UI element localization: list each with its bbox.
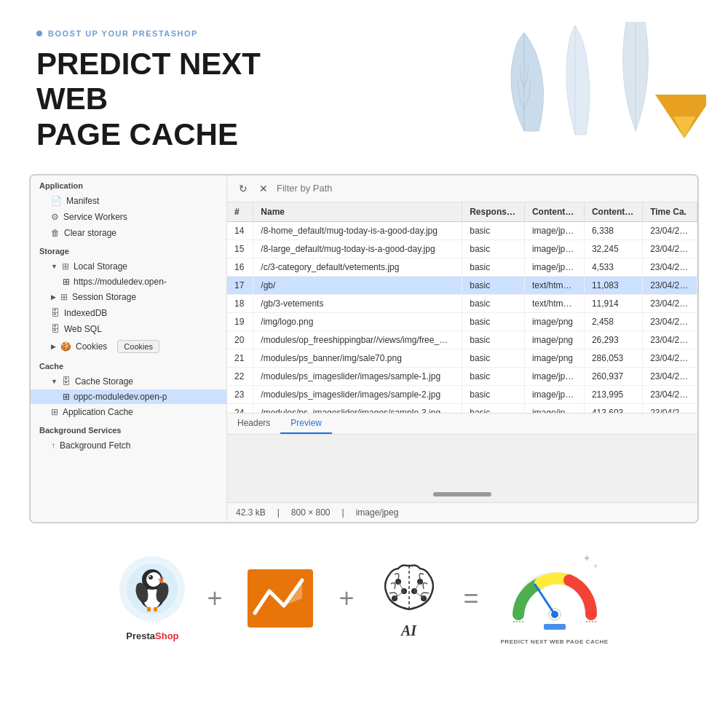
cache-storage-sub: oppc-moduledev.open-p	[74, 392, 167, 402]
cell-name: /modules/op_freeshippingbar//views/img/f…	[253, 331, 462, 349]
cell-size: 11,914	[584, 294, 642, 312]
tab-preview[interactable]: Preview	[280, 414, 332, 434]
app-cache-label: Application Cache	[63, 407, 133, 417]
table-row[interactable]: 24 /modules/ps_imageslider/images/sample…	[227, 403, 697, 413]
svg-marker-1	[673, 116, 695, 138]
main-title: PREDICT NEXT WEB PAGE CACHE	[36, 47, 328, 152]
cell-type: image/jp…	[524, 403, 584, 413]
cell-size: 413,603	[584, 403, 642, 413]
svg-rect-14	[154, 607, 157, 612]
preview-type: image/jpeg	[356, 507, 399, 518]
table-row[interactable]: 18 /gb/3-vetements basic text/htm… 11,91…	[227, 294, 697, 312]
cell-time: 23/04/2…	[643, 385, 697, 403]
session-storage-label: Session Storage	[72, 292, 136, 302]
col-header-resp: Respons…	[462, 202, 525, 222]
cell-time: 23/04/2…	[643, 367, 697, 385]
table-row[interactable]: 21 /modules/ps_banner/img/sale70.png bas…	[227, 349, 697, 367]
preview-separator2: |	[342, 507, 344, 518]
filter-input[interactable]	[277, 183, 689, 194]
expand-triangle-cache: ▼	[51, 378, 58, 385]
ai-item: AI	[376, 558, 442, 639]
table-row[interactable]: 20 /modules/op_freeshippingbar//views/im…	[227, 331, 697, 349]
indexed-db-icon: 🗄	[51, 308, 60, 318]
boost-text: BOOST UP YOUR PRESTASHOP	[48, 29, 198, 38]
db-sub-icon: ⊞	[63, 277, 70, 287]
cache-header: Cache	[31, 356, 226, 373]
clear-storage-label: Clear storage	[64, 228, 116, 238]
top-section: BOOST UP YOUR PRESTASHOP PREDICT NEXT WE…	[0, 0, 728, 167]
table-row[interactable]: 15 /8-large_default/mug-today-is-a-good-…	[227, 240, 697, 258]
cell-resp: basic	[462, 331, 525, 349]
cookies-label: Cookies	[76, 341, 107, 352]
cell-size: 213,995	[584, 385, 642, 403]
sidebar-item-local-storage-sub[interactable]: ⊞ https://moduledev.open-	[31, 274, 226, 289]
cookies-button[interactable]: Cookies	[117, 340, 159, 353]
tab-headers[interactable]: Headers	[227, 414, 280, 434]
sidebar-item-manifest[interactable]: 📄 Manifest	[31, 193, 226, 209]
col-header-name: Name	[253, 202, 462, 222]
col-header-type: Content…	[524, 202, 584, 222]
indexed-db-label: IndexedDB	[64, 308, 107, 318]
cell-num: 14	[227, 221, 253, 240]
refresh-button[interactable]: ↻	[236, 181, 250, 196]
preview-dimensions: 800 × 800	[291, 507, 331, 518]
cell-num: 19	[227, 312, 253, 331]
table-row[interactable]: 16 /c/3-category_default/vetements.jpg b…	[227, 258, 697, 276]
table-row[interactable]: 19 /img/logo.png basic image/png 2,458 2…	[227, 312, 697, 331]
table-row[interactable]: 23 /modules/ps_imageslider/images/sample…	[227, 385, 697, 403]
sidebar-item-cookies[interactable]: ▶ 🍪 Cookies Cookies	[31, 337, 226, 356]
brain-svg	[376, 558, 442, 617]
cell-name: /c/3-category_default/vetements.jpg	[253, 258, 462, 276]
table-row[interactable]: 17 /gb/ basic text/htm… 11,083 23/04/2…	[227, 276, 697, 294]
cell-resp: basic	[462, 312, 525, 331]
cell-size: 26,293	[584, 331, 642, 349]
svg-text:+: +	[593, 561, 598, 570]
sidebar-item-session-storage[interactable]: ▶ ⊞ Session Storage	[31, 289, 226, 305]
equals-sign: =	[464, 583, 479, 614]
clear-filter-button[interactable]: ✕	[256, 181, 271, 196]
local-storage-label: Local Storage	[74, 261, 127, 272]
preview-body	[227, 435, 697, 502]
cell-resp: basic	[462, 258, 525, 276]
sidebar-item-clear-storage[interactable]: 🗑 Clear storage	[31, 225, 226, 241]
preview-scrollbar[interactable]	[433, 492, 491, 496]
speedometer-item: + + PRED	[501, 553, 609, 645]
cell-name: /modules/ps_banner/img/sale70.png	[253, 349, 462, 367]
cell-type: text/htm…	[524, 276, 584, 294]
table-row[interactable]: 14 /8-home_default/mug-today-is-a-good-d…	[227, 221, 697, 240]
sidebar-item-bg-fetch[interactable]: ↑ Background Fetch	[31, 438, 226, 454]
cell-num: 23	[227, 385, 253, 403]
col-header-time: Time Ca.	[643, 202, 697, 222]
table-row[interactable]: 22 /modules/ps_imageslider/images/sample…	[227, 367, 697, 385]
cell-type: text/htm…	[524, 294, 584, 312]
expand-triangle-session: ▶	[51, 293, 56, 301]
cell-resp: basic	[462, 240, 525, 258]
application-header: Application	[31, 175, 226, 193]
cell-time: 23/04/2…	[643, 276, 697, 294]
preview-section: Headers Preview 42.3 kB | 800 × 800 | im…	[227, 413, 697, 522]
svg-rect-35	[544, 624, 566, 630]
cell-num: 20	[227, 331, 253, 349]
cell-type: image/jp…	[524, 367, 584, 385]
analytics-svg	[244, 566, 317, 631]
cell-type: image/png	[524, 331, 584, 349]
cell-time: 23/04/2…	[643, 258, 697, 276]
cell-type: image/png	[524, 312, 584, 331]
sidebar-item-service-workers[interactable]: ⚙ Service Workers	[31, 209, 226, 225]
web-sql-label: Web SQL	[64, 324, 102, 334]
cell-name: /gb/3-vetements	[253, 294, 462, 312]
manifest-label: Manifest	[66, 196, 99, 206]
sidebar-item-indexed-db[interactable]: 🗄 IndexedDB	[31, 305, 226, 321]
sidebar-item-cache-storage[interactable]: ▼ 🗄 Cache Storage	[31, 373, 226, 389]
sidebar-item-cache-storage-sub[interactable]: ⊞ oppc-moduledev.open-p	[31, 389, 226, 404]
cell-name: /img/logo.png	[253, 312, 462, 331]
cache-entries-table: # Name Respons… Content… Content… Time C…	[227, 202, 697, 413]
preview-info: 42.3 kB | 800 × 800 | image/jpeg	[227, 502, 697, 522]
sidebar-item-local-storage[interactable]: ▼ ⊞ Local Storage	[31, 258, 226, 274]
sidebar-item-web-sql[interactable]: 🗄 Web SQL	[31, 321, 226, 337]
cell-size: 4,533	[584, 258, 642, 276]
sidebar-item-app-cache[interactable]: ⊞ Application Cache	[31, 404, 226, 420]
cell-num: 17	[227, 276, 253, 294]
filter-bar: ↻ ✕	[227, 175, 697, 202]
svg-line-27	[414, 591, 424, 598]
